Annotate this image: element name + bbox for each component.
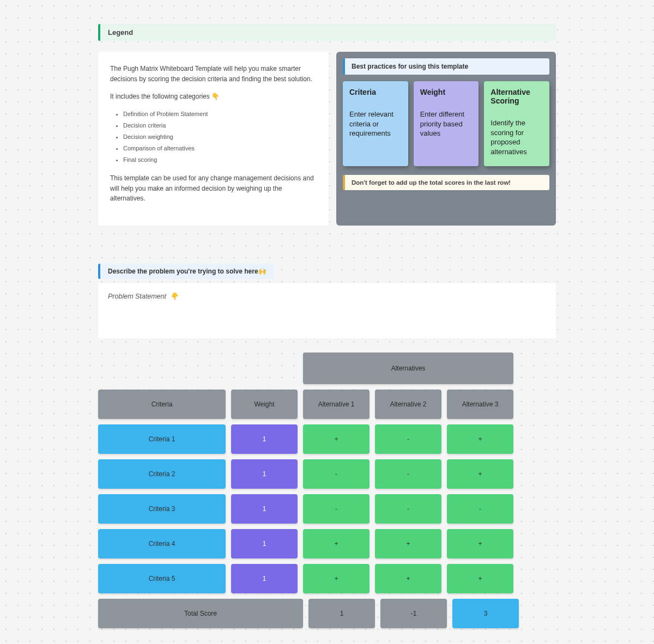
total-score-label: Total Score — [98, 599, 303, 628]
best-practices-footer: Don't forget to add up the total scores … — [343, 175, 549, 190]
pugh-matrix: Alternatives Criteria Weight Alternative… — [98, 353, 556, 628]
weight-cell[interactable]: 1 — [231, 459, 298, 489]
desc-p3: This template can be used for any change… — [110, 173, 317, 204]
criteria-cell[interactable]: Criteria 3 — [98, 494, 226, 524]
problem-statement-card[interactable]: Problem Statement 👇 — [98, 283, 556, 338]
score-cell[interactable]: + — [447, 424, 513, 454]
sticky-alt-scoring[interactable]: Alternative Scoring Identify the scoring… — [484, 81, 549, 166]
bullet-item: Final scoring — [123, 155, 317, 165]
score-cell[interactable]: + — [303, 424, 370, 454]
score-cell[interactable]: + — [375, 564, 441, 593]
total-cell: 1 — [308, 599, 375, 628]
bullet-item: Decision criteria — [123, 121, 317, 130]
best-practices-panel: Best practices for using this template C… — [336, 52, 556, 226]
problem-section: Describe the problem you're trying to so… — [98, 264, 556, 338]
score-cell[interactable]: + — [447, 564, 513, 593]
score-cell[interactable]: + — [447, 529, 513, 558]
top-row: The Pugh Matrix Whiteboard Template will… — [98, 52, 556, 226]
col-header-criteria: Criteria — [98, 390, 226, 419]
matrix-row: Criteria 4 1 + + + — [98, 529, 556, 558]
score-cell[interactable]: - — [303, 459, 370, 489]
desc-p1: The Pugh Matrix Whiteboard Template will… — [110, 64, 317, 84]
sticky-row: Criteria Enter relevant criteria or requ… — [343, 81, 549, 166]
problem-placeholder: Problem Statement — [108, 293, 166, 300]
criteria-cell[interactable]: Criteria 5 — [98, 564, 226, 593]
matrix-total-row: Total Score 1 -1 3 — [98, 599, 556, 628]
matrix-row: Criteria 3 1 - - - — [98, 494, 556, 524]
weight-cell[interactable]: 1 — [231, 494, 298, 524]
sticky-title: Criteria — [349, 88, 402, 96]
pointing-down-icon: 👇 — [170, 293, 179, 300]
score-cell[interactable]: + — [375, 529, 441, 558]
pointing-down-icon: 👇 — [211, 93, 220, 100]
spacer — [98, 353, 226, 384]
total-cell-best: 3 — [452, 599, 519, 628]
score-cell[interactable]: - — [303, 494, 370, 524]
score-cell[interactable]: - — [447, 494, 513, 524]
matrix-row: Criteria 1 1 + - + — [98, 424, 556, 454]
col-header-weight: Weight — [231, 390, 298, 419]
desc-bullet-list: Definition of Problem Statement Decision… — [110, 110, 317, 165]
problem-label: Describe the problem you're trying to so… — [98, 264, 274, 279]
alternatives-header: Alternatives — [303, 353, 513, 384]
legend-title: Legend — [108, 28, 133, 37]
sticky-title: Weight — [420, 88, 473, 96]
bullet-item: Decision weighting — [123, 132, 317, 142]
best-practices-header: Best practices for using this template — [343, 58, 549, 75]
bullet-item: Definition of Problem Statement — [123, 110, 317, 119]
problem-label-text: Describe the problem you're trying to so… — [108, 268, 258, 275]
weight-cell[interactable]: 1 — [231, 424, 298, 454]
sticky-title: Alternative Scoring — [491, 88, 543, 105]
matrix-col-headers: Criteria Weight Alternative 1 Alternativ… — [98, 390, 556, 419]
col-header-alt1: Alternative 1 — [303, 390, 370, 419]
matrix-row: Criteria 5 1 + + + — [98, 564, 556, 593]
spacer — [231, 353, 298, 384]
matrix-row: Criteria 2 1 - - + — [98, 459, 556, 489]
sticky-criteria[interactable]: Criteria Enter relevant criteria or requ… — [343, 81, 408, 166]
score-cell[interactable]: + — [303, 529, 370, 558]
desc-p2-text: It includes the following categories — [110, 93, 211, 100]
col-header-alt3: Alternative 3 — [447, 390, 513, 419]
col-header-alt2: Alternative 2 — [375, 390, 441, 419]
criteria-cell[interactable]: Criteria 4 — [98, 529, 226, 558]
score-cell[interactable]: - — [375, 494, 441, 524]
criteria-cell[interactable]: Criteria 1 — [98, 424, 226, 454]
desc-p2: It includes the following categories 👇 — [110, 92, 317, 102]
raising-hands-icon: 🙌 — [258, 268, 267, 275]
sticky-body: Enter relevant criteria or requirements — [349, 110, 402, 138]
legend-bar: Legend — [98, 24, 556, 41]
score-cell[interactable]: + — [303, 564, 370, 593]
description-card: The Pugh Matrix Whiteboard Template will… — [98, 52, 329, 226]
criteria-cell[interactable]: Criteria 2 — [98, 459, 226, 489]
sticky-body: Identify the scoring for proposed altern… — [491, 118, 543, 156]
sticky-weight[interactable]: Weight Enter different priority based va… — [414, 81, 479, 166]
weight-cell[interactable]: 1 — [231, 564, 298, 593]
bullet-item: Comparison of alternatives — [123, 144, 317, 153]
weight-cell[interactable]: 1 — [231, 529, 298, 558]
score-cell[interactable]: - — [375, 459, 441, 489]
matrix-header-alts: Alternatives — [98, 353, 556, 384]
score-cell[interactable]: - — [375, 424, 441, 454]
total-cell: -1 — [380, 599, 447, 628]
sticky-body: Enter different priority based values — [420, 110, 473, 138]
score-cell[interactable]: + — [447, 459, 513, 489]
